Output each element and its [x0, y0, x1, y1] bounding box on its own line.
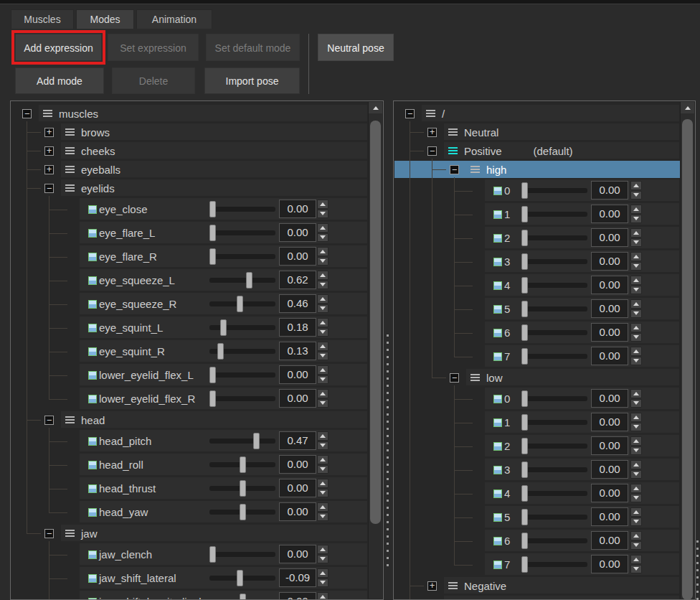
- spin-down-button[interactable]: [630, 262, 642, 271]
- slider-track[interactable]: [209, 301, 275, 306]
- muscle-checkbox-icon[interactable]: [493, 305, 502, 314]
- expander-minus-icon[interactable]: −: [427, 146, 437, 156]
- slider-track[interactable]: [521, 188, 587, 193]
- muscle-checkbox-icon[interactable]: [493, 329, 502, 337]
- spin-value[interactable]: 0.18: [279, 318, 316, 337]
- slider-track[interactable]: [521, 467, 587, 472]
- drag-handle-icon[interactable]: [65, 416, 75, 423]
- slider-handle[interactable]: [521, 438, 528, 454]
- tree-leaf-row[interactable]: 50.00: [394, 297, 681, 321]
- spin-down-button[interactable]: [317, 257, 328, 266]
- spin-value[interactable]: 0.00: [279, 223, 316, 242]
- tree-group-row[interactable]: −/: [394, 104, 681, 123]
- spin-down-button[interactable]: [630, 470, 642, 479]
- spin-down-button[interactable]: [630, 286, 642, 295]
- spin-up-button[interactable]: [317, 200, 328, 209]
- slider-track[interactable]: [209, 576, 275, 581]
- slider-handle[interactable]: [521, 509, 528, 525]
- muscle-checkbox-icon[interactable]: [88, 324, 97, 332]
- panel-splitter-handle[interactable]: [387, 334, 389, 571]
- spin-up-button[interactable]: [317, 568, 328, 578]
- expander-plus-icon[interactable]: +: [44, 146, 54, 156]
- spin-up-button[interactable]: [630, 181, 642, 190]
- slider-track[interactable]: [209, 372, 275, 378]
- expander-minus-icon[interactable]: −: [450, 165, 459, 174]
- spin-value[interactable]: 0.00: [591, 460, 628, 479]
- spin-down-button[interactable]: [630, 565, 642, 574]
- set-expression-button[interactable]: Set expression: [108, 34, 199, 61]
- spin-up-button[interactable]: [317, 479, 328, 488]
- tree-group-row[interactable]: +cheeks: [11, 141, 369, 160]
- spin-up-button[interactable]: [630, 436, 642, 446]
- slider-track[interactable]: [521, 283, 587, 288]
- expander-minus-icon[interactable]: −: [450, 373, 459, 383]
- right-panel-scrollbar[interactable]: [680, 102, 694, 599]
- slider-handle[interactable]: [209, 225, 216, 241]
- slider-track[interactable]: [209, 510, 275, 515]
- spin-down-button[interactable]: [317, 465, 328, 474]
- spin-up-button[interactable]: [317, 223, 328, 233]
- spin-value[interactable]: -0.09: [279, 568, 316, 587]
- tree-group-row[interactable]: +eyeballs: [11, 160, 369, 179]
- spin-down-button[interactable]: [317, 512, 328, 522]
- spin-down-button[interactable]: [630, 423, 642, 432]
- tree-leaf-row[interactable]: 50.00: [394, 505, 681, 529]
- spin-value[interactable]: 0.00: [591, 276, 628, 294]
- slider-handle[interactable]: [521, 206, 528, 222]
- spin-value[interactable]: 0.00: [591, 531, 628, 550]
- slider-handle[interactable]: [217, 343, 224, 360]
- slider-track[interactable]: [521, 354, 587, 359]
- tree-group-row[interactable]: +Negative: [394, 576, 681, 595]
- tree-leaf-row[interactable]: 10.00: [394, 411, 681, 434]
- muscle-checkbox-icon[interactable]: [88, 550, 97, 559]
- spin-value[interactable]: 0.00: [591, 436, 628, 455]
- muscle-checkbox-icon[interactable]: [88, 508, 97, 517]
- slider-handle[interactable]: [521, 182, 528, 199]
- spin-value[interactable]: 0.00: [591, 507, 628, 526]
- spin-value[interactable]: 0.00: [591, 228, 628, 247]
- spin-value[interactable]: 0.00: [591, 347, 628, 365]
- spin-down-button[interactable]: [630, 399, 642, 408]
- spin-value[interactable]: 0.00: [279, 365, 316, 384]
- drag-handle-icon[interactable]: [426, 110, 435, 117]
- slider-track[interactable]: [209, 552, 275, 557]
- spin-up-button[interactable]: [630, 323, 642, 332]
- drag-handle-icon[interactable]: [448, 147, 458, 154]
- spin-up-button[interactable]: [317, 389, 328, 398]
- spin-up-button[interactable]: [317, 502, 328, 512]
- slider-handle[interactable]: [237, 296, 243, 312]
- muscle-checkbox-icon[interactable]: [88, 229, 97, 238]
- tree-group-row[interactable]: +Neutral: [394, 123, 681, 141]
- slider-handle[interactable]: [220, 319, 227, 336]
- spin-down-button[interactable]: [630, 357, 642, 366]
- spin-value[interactable]: 0.00: [279, 247, 316, 266]
- muscle-checkbox-icon[interactable]: [88, 276, 97, 285]
- spin-up-button[interactable]: [630, 389, 642, 398]
- right-edge-splitter-handle[interactable]: [696, 540, 699, 600]
- tab-modes[interactable]: Modes: [76, 9, 134, 29]
- spin-up-button[interactable]: [630, 252, 642, 261]
- slider-handle[interactable]: [209, 390, 216, 407]
- spin-value[interactable]: 0.00: [591, 181, 628, 200]
- drag-handle-icon[interactable]: [65, 184, 75, 192]
- slider-track[interactable]: [521, 444, 587, 449]
- spin-value[interactable]: 0.00: [591, 389, 628, 408]
- spin-up-button[interactable]: [630, 460, 642, 469]
- spin-value[interactable]: 0.00: [279, 592, 316, 600]
- spin-up-button[interactable]: [317, 318, 328, 327]
- slider-track[interactable]: [521, 515, 587, 520]
- tree-leaf-row[interactable]: 20.00: [394, 434, 681, 458]
- muscle-checkbox-icon[interactable]: [493, 281, 502, 290]
- tree-leaf-row[interactable]: 70.00: [394, 553, 681, 576]
- muscle-checkbox-icon[interactable]: [493, 466, 502, 474]
- slider-track[interactable]: [521, 420, 587, 425]
- slider-track[interactable]: [209, 396, 275, 401]
- tree-group-row[interactable]: +Effort: [394, 595, 681, 600]
- tree-leaf-row[interactable]: 40.00: [394, 273, 681, 297]
- spin-up-button[interactable]: [630, 347, 642, 356]
- tree-leaf-row[interactable]: jaw_shift_longitudinal0.00: [11, 590, 369, 600]
- spin-up-button[interactable]: [317, 592, 328, 600]
- add-mode-button[interactable]: Add mode: [15, 67, 104, 94]
- import-pose-button[interactable]: Import pose: [204, 67, 300, 94]
- drag-handle-icon[interactable]: [448, 128, 458, 136]
